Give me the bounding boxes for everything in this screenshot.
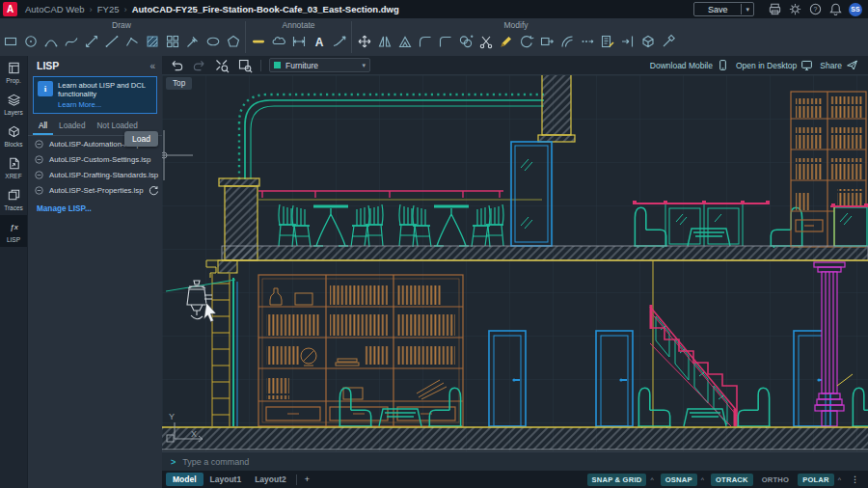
toggle-ortho[interactable]: ORTHO (757, 474, 794, 486)
upper-right-wall-entity[interactable] (538, 75, 575, 142)
overflow-menu-icon[interactable]: ⋮ (848, 474, 862, 484)
modify-mirror-icon[interactable] (374, 30, 394, 53)
undo-icon[interactable] (170, 58, 184, 72)
save-button[interactable]: Save ▾ (693, 2, 754, 16)
tab-layout2[interactable]: Layout2 (248, 473, 293, 486)
draw-spline-icon[interactable] (61, 30, 81, 53)
download-mobile-label: Download Mobile (650, 61, 713, 70)
draw-polygon-icon[interactable] (223, 30, 243, 53)
modify-array-icon[interactable] (577, 30, 597, 53)
draw-circle-icon[interactable] (20, 30, 41, 53)
draw-polyline-icon[interactable] (122, 30, 142, 53)
annotate-text-icon[interactable]: A (309, 30, 329, 53)
refresh-icon[interactable] (149, 185, 159, 196)
svg-text:ƒx: ƒx (10, 223, 18, 231)
chevron-up-icon[interactable]: ^ (701, 476, 704, 483)
mid-floor-slab-entity[interactable] (222, 246, 868, 260)
modify-stretch-icon[interactable] (536, 30, 556, 53)
draw-line-icon[interactable] (101, 30, 122, 53)
draw-measure-icon[interactable] (182, 30, 203, 53)
info-icon: i (38, 81, 53, 96)
layer-dropdown[interactable]: Furniture ▾ (269, 58, 370, 72)
draw-insert-block-icon[interactable] (162, 30, 182, 53)
user-avatar[interactable]: SS (849, 3, 862, 16)
layer-dropdown-value: Furniture (285, 61, 357, 70)
command-input[interactable]: > Type a command (162, 451, 868, 471)
modify-scale-icon[interactable] (394, 30, 415, 53)
ribbon-group-draw: Draw (0, 18, 243, 56)
save-dropdown-caret[interactable]: ▾ (741, 4, 753, 14)
annotate-dimension-icon[interactable] (248, 30, 268, 53)
toggle-otrack[interactable]: OTRACK (711, 474, 753, 486)
annotate-dim-linear-icon[interactable] (288, 30, 309, 53)
annotate-leader-icon[interactable] (329, 30, 349, 53)
tab-model[interactable]: Model (166, 473, 203, 486)
draw-rectangle-icon[interactable] (0, 30, 20, 53)
settings-gear-icon[interactable] (788, 2, 802, 16)
notifications-bell-icon[interactable] (828, 2, 843, 16)
panel-collapse-icon[interactable]: « (149, 61, 155, 71)
print-icon[interactable] (768, 2, 782, 16)
manage-lisp-link[interactable]: Manage LISP... (28, 201, 92, 213)
properties-icon (7, 61, 21, 75)
draw-hatch-icon[interactable] (142, 30, 162, 53)
modify-pencil-icon[interactable] (496, 30, 516, 53)
lisp-file-row[interactable]: AutoLISP-Set-Properties.lsp (28, 182, 162, 198)
modify-erase-icon[interactable] (658, 30, 678, 53)
zoom-extents-icon[interactable] (214, 58, 230, 73)
share-button[interactable]: Share (820, 59, 858, 71)
add-layout-button[interactable]: + (300, 474, 314, 484)
lisp-file-row[interactable]: AutoLISP-Drafting-Standards.lsp (28, 167, 162, 182)
rail-label: Layers (4, 109, 23, 116)
download-mobile-button[interactable]: Download Mobile (650, 59, 729, 71)
modify-change-space-icon[interactable] (617, 30, 637, 53)
ground-slab-entity[interactable] (162, 427, 868, 449)
tab-loaded[interactable]: Loaded (53, 120, 91, 135)
lisp-file-name: AutoLISP-Set-Properties.lsp (49, 186, 144, 195)
autocad-logo[interactable]: A (3, 2, 17, 16)
chevron-up-icon[interactable]: ^ (650, 476, 653, 483)
zoom-window-icon[interactable] (237, 58, 253, 73)
rail-item-blocks[interactable]: Blocks (0, 120, 27, 151)
rail-item-traces[interactable]: Traces (0, 183, 27, 215)
tab-layout1[interactable]: Layout1 (203, 473, 249, 486)
modify-copy-icon[interactable] (455, 30, 475, 53)
autocad-web-app: { "topbar": { "logo": "A", "breadcrumb":… (0, 0, 868, 488)
modify-fillet-icon[interactable] (415, 30, 435, 53)
view-cube-label[interactable]: Top (166, 77, 192, 90)
load-button[interactable]: Load (124, 131, 158, 147)
rail-label: Traces (4, 204, 23, 211)
lisp-file-row[interactable]: AutoLISP-Custom-Settings.lsp (28, 151, 162, 167)
rail-item-xref[interactable]: XREF (0, 151, 27, 183)
rail-item-layers[interactable]: Layers (0, 88, 27, 120)
toggle-polar[interactable]: POLAR (798, 474, 834, 486)
draw-arc-icon[interactable] (41, 30, 61, 53)
open-in-desktop-button[interactable]: Open in Desktop (736, 59, 813, 71)
lisp-info-banner: i Learn about LISP and DCL functionality… (33, 76, 157, 114)
modify-offset-icon[interactable] (556, 30, 577, 53)
toggle-snap-grid[interactable]: SNAP & GRID (587, 474, 647, 486)
modify-rotate-icon[interactable] (516, 30, 536, 53)
annotate-revcloud-icon[interactable] (268, 30, 288, 53)
draw-xline-icon[interactable] (81, 30, 101, 53)
breadcrumb-folder[interactable]: FY25 (97, 4, 120, 14)
modify-match-properties-icon[interactable] (597, 30, 617, 53)
lisp-file-name: AutoLISP-Custom-Settings.lsp (49, 155, 150, 164)
draw-ellipse-icon[interactable] (203, 30, 223, 53)
modify-move-icon[interactable] (354, 30, 374, 53)
chevron-up-icon[interactable]: ^ (838, 476, 841, 483)
learn-more-link[interactable]: Learn More... (58, 100, 152, 109)
help-icon[interactable]: ? (808, 2, 823, 16)
rail-item-lisp[interactable]: ƒx LISP (0, 215, 27, 247)
tab-all[interactable]: All (33, 120, 53, 135)
rail-item-properties[interactable]: Prop. (0, 56, 27, 88)
ribbon-group-label: Annotate (282, 20, 314, 30)
modify-explode-icon[interactable] (637, 30, 658, 53)
drawing-canvas[interactable]: Y X (162, 75, 868, 451)
breadcrumb-root[interactable]: AutoCAD Web (25, 4, 85, 14)
glass-booth-entity[interactable] (830, 203, 868, 246)
redo-icon[interactable] (192, 58, 206, 72)
toggle-osnap[interactable]: OSNAP (661, 474, 697, 486)
modify-chamfer-icon[interactable] (435, 30, 455, 53)
modify-trim-icon[interactable] (475, 30, 496, 53)
